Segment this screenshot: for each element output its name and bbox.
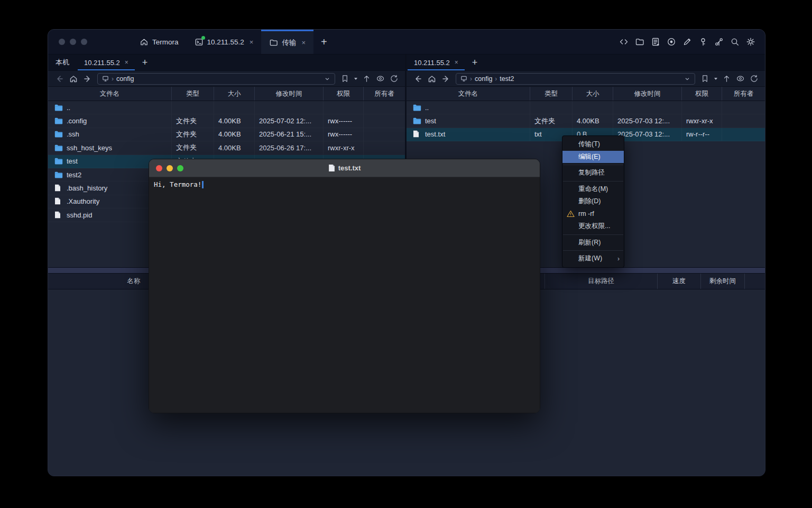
folder-icon	[413, 117, 421, 125]
cell-permissions: rwxr-xr-x	[328, 144, 355, 152]
close-icon[interactable]: ×	[455, 59, 458, 66]
column-header[interactable]: 大小	[573, 87, 613, 101]
new-panel-tab-button[interactable]: +	[466, 55, 484, 70]
close-window-button[interactable]	[156, 165, 162, 171]
cell-type: 文件夹	[176, 116, 197, 126]
cell-mtime: 2025-07-02 12:...	[259, 117, 311, 125]
menu-item[interactable]: 更改权限...	[562, 220, 624, 233]
folder-icon	[54, 157, 63, 165]
table-row[interactable]: .ssh 文件夹 4.00KB 2025-06-21 15:... rwx---…	[48, 128, 405, 141]
upload-icon[interactable]	[362, 74, 371, 83]
column-header[interactable]: 剩余时间	[701, 274, 745, 289]
column-header[interactable]: 目标路径	[545, 274, 658, 289]
menu-item[interactable]: 复制路径	[562, 167, 624, 179]
table-row[interactable]: ..	[48, 101, 405, 114]
menu-item[interactable]: 编辑(E)	[562, 151, 624, 164]
search-icon[interactable]	[730, 37, 740, 47]
refresh-icon[interactable]	[750, 74, 759, 83]
close-icon[interactable]: ×	[250, 38, 254, 46]
menu-item[interactable]: rm -rf	[562, 208, 624, 221]
column-header[interactable]: 修改时间	[613, 87, 682, 101]
back-icon[interactable]	[52, 73, 66, 85]
folder-icon	[54, 144, 63, 152]
home-icon[interactable]	[67, 73, 80, 85]
keychain-icon[interactable]	[714, 37, 724, 47]
tab-ssh-session[interactable]: 10.211.55.2 ×	[187, 30, 262, 54]
connection-status-dot	[201, 36, 205, 40]
refresh-icon[interactable]	[390, 74, 399, 83]
cell-filename: test2	[67, 171, 81, 179]
log-icon[interactable]	[650, 37, 660, 47]
forward-icon[interactable]	[439, 73, 453, 85]
tab-remote-host[interactable]: 10.211.55.2 ×	[77, 55, 136, 70]
key-icon[interactable]	[698, 37, 708, 47]
close-icon[interactable]: ×	[125, 59, 128, 66]
zoom-window-button[interactable]	[81, 39, 87, 45]
chevron-down-icon[interactable]	[684, 76, 690, 82]
minimize-window-button[interactable]	[70, 39, 76, 45]
menu-item[interactable]: 新建(W) ›	[562, 252, 624, 265]
menu-item[interactable]: 删除(D)	[562, 195, 624, 208]
cell-filename: test.txt	[425, 130, 445, 138]
back-icon[interactable]	[411, 73, 424, 85]
cell-mtime: 2025-07-03 12:...	[617, 130, 670, 138]
editor-titlebar[interactable]: test.txt	[149, 159, 540, 177]
column-header[interactable]: 所有者	[722, 87, 765, 101]
menu-item[interactable]: 重命名(M)	[562, 183, 624, 196]
code-icon[interactable]	[619, 37, 629, 47]
show-hidden-icon[interactable]	[736, 74, 745, 83]
terminal-icon	[195, 38, 204, 47]
home-icon[interactable]	[425, 73, 438, 85]
close-window-button[interactable]	[59, 39, 65, 45]
left-path-input[interactable]: › config	[97, 73, 335, 85]
table-row[interactable]: ssh_host_keys 文件夹 4.00KB 2025-06-26 17:.…	[48, 141, 405, 155]
column-header[interactable]: 权限	[324, 87, 364, 101]
column-header[interactable]: 权限	[682, 87, 722, 101]
menu-item[interactable]: 传输(T)	[562, 138, 624, 151]
edit-icon[interactable]	[682, 37, 692, 47]
upload-icon[interactable]	[722, 74, 731, 83]
column-header[interactable]: 类型	[172, 87, 214, 101]
right-path-input[interactable]: › config › test2	[456, 73, 695, 85]
column-header[interactable]: 文件名	[48, 87, 172, 101]
bookmark-dropdown-icon[interactable]	[354, 78, 357, 80]
chevron-down-icon[interactable]	[324, 76, 330, 82]
tab-transfer[interactable]: 传输 ×	[261, 30, 313, 54]
right-pathbar: › config › test2	[407, 70, 765, 87]
column-header[interactable]: 大小	[214, 87, 255, 101]
column-header[interactable]: 所有者	[364, 87, 405, 101]
column-header[interactable]: 速度	[658, 274, 701, 289]
bookmark-icon[interactable]	[340, 74, 349, 83]
tab-remote-host[interactable]: 10.211.55.2 ×	[407, 55, 466, 70]
table-row[interactable]: ..	[407, 101, 765, 114]
column-header[interactable]: 文件名	[407, 87, 530, 101]
column-header[interactable]: 修改时间	[255, 87, 324, 101]
column-header[interactable]: 类型	[530, 87, 573, 101]
editor-content[interactable]: Hi, Termora!	[149, 177, 540, 413]
context-menu: 传输(T) 编辑(E) 复制路径 重命名(M) 删除(D) rm -rf	[562, 135, 624, 268]
menu-item[interactable]: 刷新(R)	[562, 237, 624, 249]
close-icon[interactable]: ×	[301, 39, 306, 47]
folder-icon[interactable]	[634, 37, 644, 47]
table-row[interactable]: .config 文件夹 4.00KB 2025-07-02 12:... rwx…	[48, 114, 405, 128]
menu-item-label: 传输(T)	[578, 140, 600, 149]
bookmark-dropdown-icon[interactable]	[714, 78, 717, 80]
editor-title-text: test.txt	[338, 164, 361, 172]
bookmark-icon[interactable]	[700, 74, 709, 83]
new-tab-button[interactable]: +	[313, 37, 335, 47]
cell-filename: .Xauthority	[67, 197, 99, 205]
new-panel-tab-button[interactable]: +	[136, 55, 154, 70]
settings-icon[interactable]	[745, 37, 755, 47]
zoom-window-button[interactable]	[177, 165, 183, 171]
show-hidden-icon[interactable]	[376, 74, 385, 83]
cell-mtime: 2025-06-21 15:...	[259, 130, 311, 138]
forward-icon[interactable]	[81, 73, 94, 85]
menu-separator	[563, 234, 623, 235]
table-row[interactable]: test 文件夹 4.00KB 2025-07-03 12:... rwxr-x…	[407, 114, 765, 128]
tab-local-machine[interactable]: 本机	[48, 55, 77, 70]
folder-icon	[54, 171, 63, 179]
record-icon[interactable]	[666, 37, 676, 47]
tab-home[interactable]: Termora	[132, 30, 187, 54]
minimize-window-button[interactable]	[167, 165, 173, 171]
submenu-arrow-icon: ›	[617, 255, 620, 262]
